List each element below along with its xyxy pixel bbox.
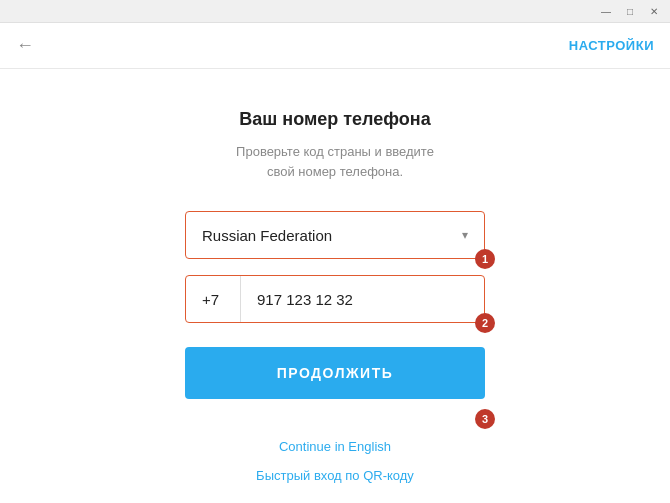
title-bar: — □ ✕ [0, 0, 670, 23]
phone-badge: 2 [475, 313, 495, 333]
phone-code: +7 [186, 276, 241, 322]
form-container: Russian Federation ▾ 1 +7 2 ПРОДОЛЖИТЬ 3 [185, 211, 485, 483]
links-container: Continue in English Быстрый вход по QR-к… [185, 439, 485, 483]
form-subtitle: Проверьте код страны и введите свой номе… [235, 142, 435, 181]
country-badge: 1 [475, 249, 495, 269]
phone-number-input[interactable] [241, 291, 484, 308]
back-button[interactable]: ← [16, 31, 42, 60]
main-window: — □ ✕ ← НАСТРОЙКИ Ваш номер телефона Про… [0, 0, 670, 503]
continue-english-link[interactable]: Continue in English [279, 439, 391, 454]
chevron-down-icon: ▾ [462, 228, 468, 242]
phone-input-container: +7 [185, 275, 485, 323]
form-title: Ваш номер телефона [239, 109, 430, 130]
main-content: Ваш номер телефона Проверьте код страны … [0, 69, 670, 503]
title-bar-controls: — □ ✕ [598, 3, 662, 19]
phone-field-wrapper: +7 2 [185, 275, 485, 323]
continue-button[interactable]: ПРОДОЛЖИТЬ [185, 347, 485, 399]
minimize-button[interactable]: — [598, 3, 614, 19]
close-button[interactable]: ✕ [646, 3, 662, 19]
qr-login-link[interactable]: Быстрый вход по QR-коду [256, 468, 414, 483]
country-select[interactable]: Russian Federation ▾ [185, 211, 485, 259]
settings-link[interactable]: НАСТРОЙКИ [569, 38, 654, 53]
country-select-text: Russian Federation [202, 227, 332, 244]
maximize-button[interactable]: □ [622, 3, 638, 19]
app-header: ← НАСТРОЙКИ [0, 23, 670, 69]
country-field-wrapper: Russian Federation ▾ 1 [185, 211, 485, 259]
continue-badge: 3 [475, 409, 495, 429]
